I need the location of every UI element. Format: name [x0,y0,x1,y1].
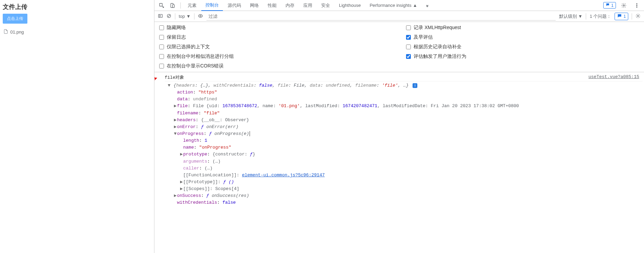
tab-performance[interactable]: 性能 [264,0,281,11]
uploaded-file-name: 01.png [10,29,24,35]
chevron-down-icon: ▼ [578,14,583,19]
prop-caller[interactable]: caller: (…) [167,165,643,172]
expand-toggle-icon[interactable]: ▶ [174,192,177,199]
prop-length[interactable]: length: 1 [167,137,643,144]
console-toolbar: top ▼ 默认级别 ▼ 1 个问题： 1 [154,11,644,22]
log-level-selector[interactable]: 默认级别 ▼ [559,13,583,20]
prop-headers[interactable]: ▶headers: {__ob__: Observer} [167,117,643,124]
prop-onsuccess[interactable]: ▶onSuccess: ƒ onSuccess(res) [167,192,643,199]
prop-arguments[interactable]: arguments: (…) [167,158,643,165]
console-filter-input[interactable] [206,12,556,21]
object-summary[interactable]: ▼ {headers: {…}, withCredentials: false,… [167,82,643,89]
prop-scopes[interactable]: ▶[[Scopes]]: Scopes[4] [167,186,643,192]
chat-icon [606,3,610,8]
svg-point-6 [636,7,637,8]
execution-context-selector[interactable]: top ▼ [179,14,191,19]
clear-console-icon[interactable] [166,13,172,20]
info-icon[interactable]: i [413,83,417,88]
source-link[interactable]: useTest.vue?a085:15 [589,74,643,79]
expand-toggle-icon[interactable]: ▶ [180,179,183,186]
prop-file[interactable]: ▶file: File {uid: 1678536748672, name: '… [167,103,643,110]
issues-label: 1 个问题： [590,13,611,20]
settings-gear-icon[interactable] [619,1,629,10]
svg-point-10 [637,15,639,16]
option-user-activation[interactable]: 评估触发了用户激活行为 [406,53,639,60]
expand-toggle-icon[interactable]: ▼ [174,130,177,137]
devtools-panel: 元素 控制台 源代码 网络 性能 内存 应用 安全 Lighthouse Per… [154,0,644,253]
svg-point-9 [200,15,201,16]
console-log-heading: file对象 useTest.vue?a085:15 [165,74,643,81]
chevron-down-icon: ▼ [186,14,191,19]
device-toolbar-icon[interactable] [167,1,178,10]
prop-onerror[interactable]: ▶onError: ƒ onError(err) [167,124,643,130]
tab-memory[interactable]: 内存 [281,0,299,11]
option-hide-network[interactable]: 隐藏网络 [159,25,392,31]
messages-badge[interactable]: 1 [603,2,616,9]
chat-icon [617,13,622,20]
tab-application[interactable]: 应用 [299,0,316,11]
prop-data[interactable]: data: undefined [167,96,643,103]
option-eager-eval[interactable]: 及早评估 [406,34,639,40]
prop-withcredentials[interactable]: withCredentials: false [167,199,643,206]
expand-toggle-icon[interactable]: ▶ [174,124,177,130]
prop-onprogress[interactable]: ▼onProgress: ƒ onProgress(e) [167,130,643,137]
console-options-panel: 隐藏网络 记录 XMLHttpRequest 保留日志 及早评估 仅限已选择的上… [154,22,644,72]
option-selected-context-only[interactable]: 仅限已选择的上下文 [159,44,392,50]
svg-point-5 [636,5,637,6]
tab-sources[interactable]: 源代码 [224,0,245,11]
option-show-cors[interactable]: 在控制台中显示CORS错误 [159,63,392,69]
kebab-menu-icon[interactable] [632,1,642,10]
inspect-element-icon[interactable] [156,1,167,10]
tab-console[interactable]: 控制台 [201,0,223,11]
expand-toggle-icon[interactable]: ▶ [180,151,183,158]
svg-rect-0 [160,3,162,6]
expand-toggle-icon[interactable]: ▼ [167,82,171,89]
option-autocomplete-history[interactable]: 根据历史记录自动补全 [406,44,639,50]
uploaded-file-item[interactable]: 01.png [3,28,151,36]
prop-filename[interactable]: filename: "file" [167,110,643,117]
devtools-tabbar: 元素 控制台 源代码 网络 性能 内存 应用 安全 Lighthouse Per… [154,0,644,11]
annotation-arrow-icon: ➤ [154,74,159,84]
upload-button[interactable]: 点击上传 [3,14,27,24]
prop-action[interactable]: action: "https" [167,89,643,96]
svg-rect-2 [173,4,174,8]
option-preserve-log[interactable]: 保留日志 [159,34,392,40]
expand-toggle-icon[interactable]: ▶ [174,103,177,110]
tab-elements[interactable]: 元素 [184,0,201,11]
flask-icon: ▲ [413,3,417,8]
more-tabs-icon[interactable] [422,1,432,10]
page-title: 文件上传 [3,3,151,11]
svg-point-3 [623,5,624,6]
live-expression-eye-icon[interactable] [198,13,203,20]
prop-function-location[interactable]: [[FunctionLocation]]: element-ui.common.… [167,172,643,179]
console-sidebar-toggle-icon[interactable] [158,13,163,20]
expand-toggle-icon[interactable]: ▶ [180,186,183,192]
issues-count-badge[interactable]: 1 [615,13,628,20]
option-group-similar[interactable]: 在控制台中对相似消息进行分组 [159,53,392,60]
console-settings-gear-icon[interactable] [635,13,641,20]
tab-network[interactable]: 网络 [246,0,263,11]
document-icon [3,29,8,35]
tab-perf-insights[interactable]: Performance insights ▲ [366,0,421,11]
option-log-xhr[interactable]: 记录 XMLHttpRequest [406,25,639,31]
tab-security[interactable]: 安全 [317,0,334,11]
prop-prototype[interactable]: ▶prototype: {constructor: ƒ} [167,151,643,158]
tab-lighthouse[interactable]: Lighthouse [335,0,365,11]
svg-point-4 [636,3,637,4]
expand-toggle-icon[interactable]: ▶ [174,117,177,124]
console-output: ➤ file对象 useTest.vue?a085:15 ▼ {headers:… [154,72,644,253]
prop-internal-prototype[interactable]: ▶[[Prototype]]: ƒ () [167,179,643,186]
prop-name[interactable]: name: "onProgress" [167,144,643,151]
